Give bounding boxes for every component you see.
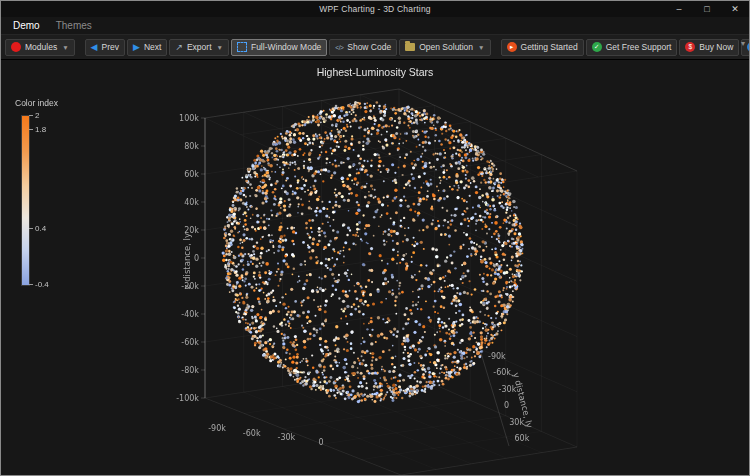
open-solution-button[interactable]: Open Solution▼ bbox=[399, 39, 490, 56]
toolbar-overflow-chevron[interactable]: ▾ bbox=[741, 39, 745, 48]
export-icon: ↗ bbox=[175, 43, 183, 52]
maximize-button[interactable]: □ bbox=[693, 1, 721, 17]
prev-button[interactable]: ◀Prev bbox=[85, 39, 125, 56]
tab-bar: Demo Themes bbox=[1, 17, 749, 34]
tab-demo[interactable]: Demo bbox=[13, 20, 40, 31]
toolbar-button-label: Getting Started bbox=[521, 42, 578, 52]
toolbar-button-label: Prev bbox=[102, 42, 119, 52]
fullwindow-icon bbox=[237, 42, 247, 52]
window-controls: – □ ✕ bbox=[665, 1, 749, 17]
minimize-button[interactable]: – bbox=[665, 1, 693, 17]
app-window: WPF Charting - 3D Charting – □ ✕ Demo Th… bbox=[0, 0, 750, 476]
chart-area: Highest-Luminosity Stars Color index 21.… bbox=[1, 60, 749, 475]
show-code-button[interactable]: </>Show Code bbox=[329, 39, 397, 56]
toolbar-button-label: Get Free Support bbox=[606, 42, 672, 52]
chart-title: Highest-Luminosity Stars bbox=[1, 66, 749, 78]
legend-gradient-bar bbox=[21, 115, 30, 286]
chevron-down-icon: ▼ bbox=[217, 44, 223, 51]
color-legend: Color index 21.80.4-0.4 bbox=[15, 98, 75, 308]
toolbar-button-label: Modules bbox=[25, 42, 57, 52]
legend-tick-mark bbox=[29, 228, 33, 229]
code-icon: </> bbox=[335, 44, 343, 51]
legend-tick-label: -0.4 bbox=[35, 280, 49, 289]
window-title: WPF Charting - 3D Charting bbox=[85, 4, 665, 14]
legend-title: Color index bbox=[15, 98, 75, 108]
solution-icon bbox=[405, 43, 415, 51]
toolbar-button-label: Buy Now bbox=[699, 42, 733, 52]
export-button[interactable]: ↗Export▼ bbox=[169, 39, 229, 56]
full-window-mode-button[interactable]: Full-Window Mode bbox=[231, 39, 327, 56]
toolbar-button-label: Show Code bbox=[347, 42, 391, 52]
prev-icon: ◀ bbox=[91, 43, 98, 52]
modules-button[interactable]: Modules▼ bbox=[5, 39, 75, 56]
legend-tick-label: 2 bbox=[35, 111, 39, 120]
legend-tick-mark bbox=[29, 129, 33, 130]
tab-themes[interactable]: Themes bbox=[56, 20, 92, 31]
next-icon: ▶ bbox=[133, 43, 140, 52]
buy-icon: $ bbox=[685, 42, 695, 52]
legend-tick-mark bbox=[29, 284, 33, 285]
toolbar-button-label: Next bbox=[144, 42, 161, 52]
toolbar-button-label: Full-Window Mode bbox=[251, 42, 321, 52]
toolbar-button-label: Export bbox=[187, 42, 212, 52]
chevron-down-icon: ▼ bbox=[62, 44, 68, 51]
legend-tick-label: 1.8 bbox=[35, 125, 46, 134]
buy-now-button[interactable]: $Buy Now bbox=[679, 39, 739, 56]
legend-tick-label: 0.4 bbox=[35, 223, 46, 232]
title-bar: WPF Charting - 3D Charting – □ ✕ bbox=[1, 1, 749, 17]
toolbar: Modules▼◀Prev▶Next↗Export▼Full-Window Mo… bbox=[1, 34, 749, 60]
chart-3d-canvas[interactable] bbox=[1, 60, 749, 475]
getting-started-icon: ▸ bbox=[507, 42, 517, 52]
support-icon: ✓ bbox=[592, 42, 602, 52]
chevron-down-icon: ▼ bbox=[478, 44, 484, 51]
get-free-support-button[interactable]: ✓Get Free Support bbox=[586, 39, 678, 56]
legend-tick-mark bbox=[29, 115, 33, 116]
next-button[interactable]: ▶Next bbox=[127, 39, 167, 56]
toolbar-button-label: Open Solution bbox=[419, 42, 473, 52]
getting-started-button[interactable]: ▸Getting Started bbox=[501, 39, 584, 56]
modules-icon bbox=[11, 42, 21, 52]
close-button[interactable]: ✕ bbox=[721, 1, 749, 17]
